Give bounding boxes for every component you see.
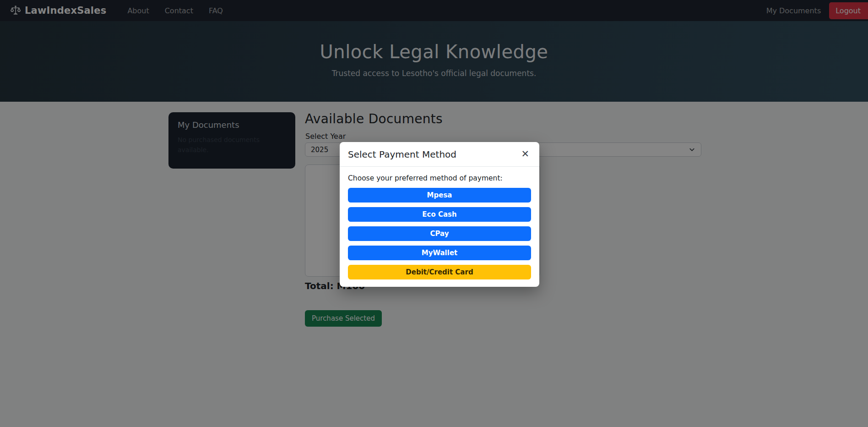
payment-method-button-debit-credit-card[interactable]: Debit/Credit Card — [348, 265, 531, 279]
close-icon[interactable]: ✕ — [519, 148, 531, 160]
payment-prompt: Choose your preferred method of payment: — [348, 174, 531, 182]
modal-header: Select Payment Method ✕ — [340, 142, 539, 167]
payment-method-button-mywallet[interactable]: MyWallet — [348, 246, 531, 260]
payment-method-button-eco-cash[interactable]: Eco Cash — [348, 207, 531, 222]
payment-method-button-mpesa[interactable]: Mpesa — [348, 188, 531, 203]
payment-method-button-cpay[interactable]: CPay — [348, 226, 531, 241]
payment-method-modal: Select Payment Method ✕ Choose your pref… — [340, 142, 539, 287]
modal-body: Choose your preferred method of payment:… — [340, 167, 539, 287]
page: LawIndexSales AboutContactFAQ My Documen… — [0, 0, 868, 427]
modal-title: Select Payment Method — [348, 149, 456, 160]
payment-method-list: MpesaEco CashCPayMyWalletDebit/Credit Ca… — [348, 188, 531, 279]
